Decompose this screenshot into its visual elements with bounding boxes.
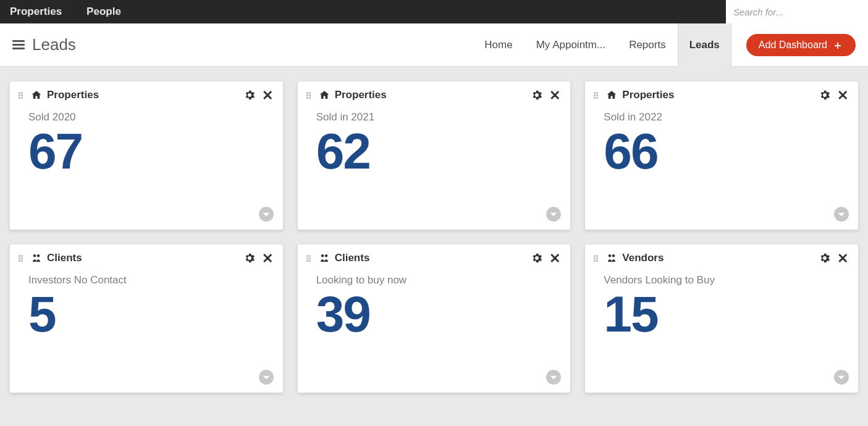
gear-icon[interactable] [819,252,831,264]
card-subtext: Sold 2020 [28,111,269,123]
search-wrap [726,0,868,23]
gear-icon[interactable] [531,252,543,264]
card-title: Properties [622,89,674,101]
tab-home[interactable]: Home [473,23,524,67]
close-icon[interactable]: ✕ [549,252,562,264]
home-icon [606,90,617,101]
close-icon[interactable]: ✕ [262,89,274,101]
expand-icon[interactable] [546,206,562,222]
card-value: 5 [28,289,269,340]
card-subtext: Sold in 2021 [316,111,557,123]
card-subtext: Looking to buy now [316,274,557,286]
expand-icon[interactable] [833,206,849,222]
close-icon[interactable]: ✕ [837,89,849,101]
people-icon [319,253,330,264]
svg-point-9 [609,254,612,257]
close-icon[interactable]: ✕ [837,252,849,264]
card-title: Clients [335,252,370,264]
tab-appointments[interactable]: My Appointm... [525,23,617,67]
tab-leads[interactable]: Leads [678,23,731,67]
topbar: Properties People [0,0,868,23]
svg-point-6 [321,254,324,257]
add-dashboard-button[interactable]: Add Dashboard ＋ [746,34,856,56]
expand-icon[interactable] [258,206,274,222]
search-input[interactable] [726,0,868,23]
card-subtext: Vendors Looking to Buy [604,274,845,286]
card-value: 39 [316,289,557,340]
card-title: Vendors [622,252,664,264]
home-icon [31,90,42,101]
drag-handle-icon[interactable] [306,254,313,262]
card-value: 66 [604,126,845,177]
card-properties-2020: Properties ✕ Sold 2020 67 [10,81,283,230]
gear-icon[interactable] [531,89,543,101]
drag-handle-icon[interactable] [594,91,600,99]
drag-handle-icon[interactable] [19,254,25,262]
svg-point-10 [612,254,615,257]
topnav-properties[interactable]: Properties [10,6,62,18]
tab-reports[interactable]: Reports [617,23,678,67]
svg-point-4 [37,254,40,257]
svg-point-7 [324,254,327,257]
card-value: 62 [316,126,557,177]
card-properties-2022: Properties ✕ Sold in 2022 66 [585,81,858,230]
close-icon[interactable]: ✕ [262,252,274,264]
hamburger-icon[interactable] [12,40,25,49]
card-title: Clients [47,252,82,264]
card-value: 15 [604,289,845,340]
drag-handle-icon[interactable] [19,91,25,99]
card-clients-looking: Clients ✕ Looking to buy now 39 [298,244,571,393]
card-value: 67 [28,126,269,177]
drag-handle-icon[interactable] [594,254,600,262]
topnav-people[interactable]: People [86,6,121,18]
gear-icon[interactable] [243,252,256,264]
card-properties-2021: Properties ✕ Sold in 2021 62 [298,81,571,230]
card-subtext: Investors No Contact [28,274,269,286]
gear-icon[interactable] [819,89,831,101]
sub-nav: Home My Appointm... Reports Leads [473,23,731,67]
card-vendors: Vendors ✕ Vendors Looking to Buy 15 [585,244,858,393]
home-icon [319,90,330,101]
card-subtext: Sold in 2022 [604,111,845,123]
expand-icon[interactable] [258,369,274,385]
drag-handle-icon[interactable] [306,91,313,99]
subbar: Leads Home My Appointm... Reports Leads … [0,23,868,67]
close-icon[interactable]: ✕ [549,89,562,101]
add-dashboard-label: Add Dashboard [759,40,827,51]
plus-icon: ＋ [832,40,843,51]
card-clients-investors: Clients ✕ Investors No Contact 5 [10,244,283,393]
expand-icon[interactable] [546,369,562,385]
people-icon [31,253,42,264]
svg-point-3 [33,254,36,257]
people-icon [606,253,617,264]
card-title: Properties [335,89,387,101]
page-title: Leads [32,35,76,54]
gear-icon[interactable] [243,89,256,101]
dashboard-grid: Properties ✕ Sold 2020 67 Properties ✕ S… [0,67,868,407]
card-title: Properties [47,89,99,101]
expand-icon[interactable] [833,369,849,385]
